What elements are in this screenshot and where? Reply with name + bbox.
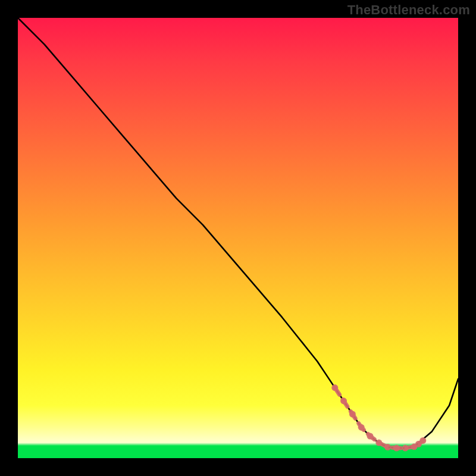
watermark-text: TheBottleneck.com — [347, 2, 470, 18]
svg-point-7 — [393, 445, 400, 452]
svg-point-8 — [402, 445, 409, 452]
optimal-zone-marker — [331, 384, 426, 451]
svg-point-0 — [331, 384, 338, 391]
svg-point-4 — [367, 433, 374, 440]
svg-point-3 — [358, 424, 365, 431]
plot-area — [18, 18, 458, 458]
svg-point-11 — [419, 437, 426, 444]
svg-point-1 — [340, 397, 347, 404]
svg-point-6 — [384, 444, 391, 450]
svg-point-2 — [349, 411, 356, 418]
svg-point-5 — [375, 440, 382, 446]
curve-layer — [18, 18, 458, 458]
chart-stage: TheBottleneck.com — [0, 0, 476, 476]
bottleneck-curve — [18, 18, 458, 448]
